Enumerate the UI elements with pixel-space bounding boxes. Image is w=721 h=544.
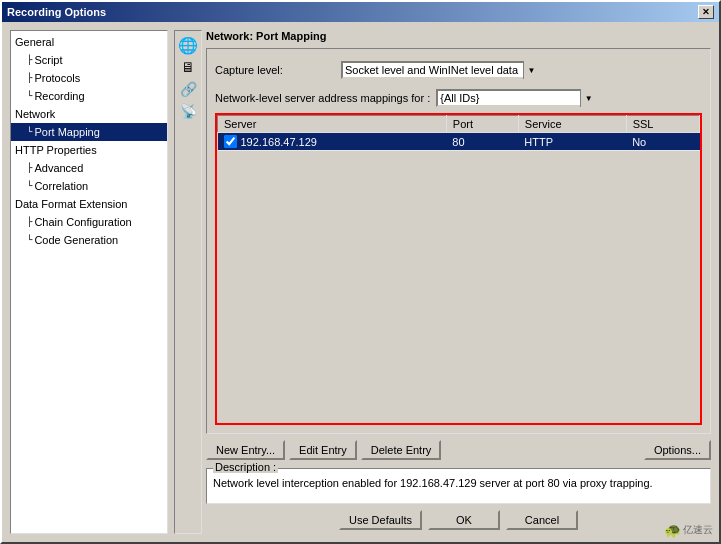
capture-level-label: Capture level: [215,64,335,76]
sidebar-item-general[interactable]: General [11,33,167,51]
sidebar-item-chain-config[interactable]: ├ Chain Configuration [11,213,167,231]
port-mapping-table: Server Port Service SSL [217,115,700,151]
connector: ├ [27,160,32,176]
link-icon: 🔗 [178,79,198,99]
sidebar-item-http-properties[interactable]: HTTP Properties [11,141,167,159]
data-format-label: Data Format Extension [15,196,128,212]
entry-button-row: New Entry... Edit Entry Delete Entry Opt… [206,440,711,460]
connector: ├ [27,52,32,68]
sidebar-item-code-gen[interactable]: └ Code Generation [11,231,167,249]
icon-sidebar: 🌐 🖥 🔗 📡 [174,30,202,534]
new-entry-button[interactable]: New Entry... [206,440,285,460]
capture-level-select-wrapper: Socket level and WinINet level data Sock… [341,61,539,79]
sidebar-item-advanced[interactable]: ├ Advanced [11,159,167,177]
dialog-window: Recording Options ✕ General ├ Script ├ P… [0,0,721,544]
sidebar-item-data-format[interactable]: Data Format Extension [11,195,167,213]
sidebar-item-protocols[interactable]: ├ Protocols [11,69,167,87]
chain-config-label: Chain Configuration [34,214,131,230]
main-content-area: 🌐 🖥 🔗 📡 Network: Port Mapping Capture le… [174,30,711,534]
capture-level-select[interactable]: Socket level and WinINet level data Sock… [341,61,539,79]
col-port[interactable]: Port [446,116,518,133]
row-checkbox[interactable] [224,135,237,148]
sidebar-item-network[interactable]: Network [11,105,167,123]
server-address-select-wrapper: {All IDs} Specific ID ▼ [436,89,596,107]
col-server[interactable]: Server [218,116,447,133]
server-address-label: Network-level server address mappings fo… [215,92,430,104]
ok-button[interactable]: OK [428,510,500,530]
delete-entry-button[interactable]: Delete Entry [361,440,442,460]
protocols-label: Protocols [34,70,80,86]
table-row[interactable]: 192.168.47.129 80 HTTP No [218,133,700,151]
sidebar-item-recording[interactable]: └ Recording [11,87,167,105]
description-text: Network level interception enabled for 1… [213,477,704,489]
connector: ├ [27,70,32,86]
server-value: 192.168.47.129 [241,136,317,148]
cell-ssl: No [626,133,699,151]
panel-section: Capture level: Socket level and WinINet … [206,48,711,434]
cell-service: HTTP [518,133,626,151]
network-icon: 🌐 [178,35,198,55]
cancel-button[interactable]: Cancel [506,510,578,530]
connector: └ [27,124,32,140]
code-gen-label: Code Generation [34,232,118,248]
script-label: Script [34,52,62,68]
computer-icon: 🖥 [178,57,198,77]
col-service[interactable]: Service [518,116,626,133]
general-label: General [15,34,54,50]
recording-label: Recording [34,88,84,104]
close-button[interactable]: ✕ [698,5,714,19]
capture-level-row: Capture level: Socket level and WinINet … [215,61,702,79]
ok-cancel-row: Use Defaults OK Cancel [206,504,711,534]
description-box: Description : Network level interception… [206,468,711,504]
sidebar-item-script[interactable]: ├ Script [11,51,167,69]
title-bar-buttons: ✕ [698,5,714,19]
watermark: 🐢 亿速云 [664,522,713,538]
sidebar-item-correlation[interactable]: └ Correlation [11,177,167,195]
correlation-label: Correlation [34,178,88,194]
col-ssl[interactable]: SSL [626,116,699,133]
cell-server: 192.168.47.129 [218,133,447,151]
http-label: HTTP Properties [15,142,97,158]
sidebar-item-port-mapping[interactable]: └ Port Mapping [11,123,167,141]
connector: ├ [27,214,32,230]
cell-port: 80 [446,133,518,151]
use-defaults-button[interactable]: Use Defaults [339,510,422,530]
server-address-row: Network-level server address mappings fo… [215,89,702,107]
connector: └ [27,232,32,248]
connector: └ [27,178,32,194]
sidebar-tree: General ├ Script ├ Protocols └ Recording… [10,30,168,534]
watermark-text: 亿速云 [683,523,713,537]
network-label: Network [15,106,55,122]
advanced-label: Advanced [34,160,83,176]
port-mapping-table-container: Server Port Service SSL [215,113,702,425]
title-bar: Recording Options ✕ [2,2,719,22]
dialog-content: General ├ Script ├ Protocols └ Recording… [2,22,719,542]
description-label: Description : [213,461,278,473]
connector: └ [27,88,32,104]
dialog-title: Recording Options [7,6,106,18]
checkbox-cell: 192.168.47.129 [224,135,441,148]
panel-title: Network: Port Mapping [206,30,711,42]
options-button[interactable]: Options... [644,440,711,460]
edit-entry-button[interactable]: Edit Entry [289,440,357,460]
server-address-select[interactable]: {All IDs} Specific ID [436,89,596,107]
signal-icon: 📡 [178,101,198,121]
port-mapping-label: Port Mapping [34,124,99,140]
main-panel: Network: Port Mapping Capture level: Soc… [206,30,711,534]
